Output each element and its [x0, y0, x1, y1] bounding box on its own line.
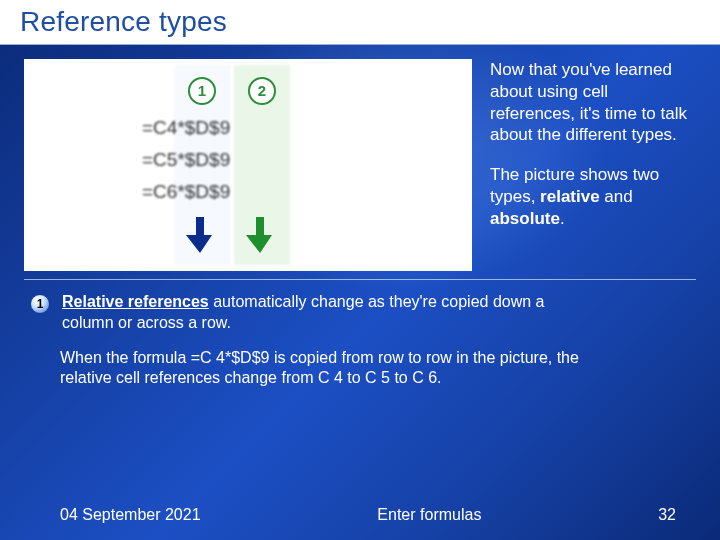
illustration: 1 2 =C4*$D$9 =C5*$D$9 =C6*$D$9 [24, 59, 472, 271]
side-text: Now that you've learned about using cell… [490, 59, 696, 271]
footer-page-number: 32 [658, 506, 676, 524]
text-bold: relative [540, 187, 600, 206]
bullet-list: 1 Relative references automatically chan… [0, 280, 720, 389]
formula-row-3: =C6*$D$9 [142, 181, 298, 203]
callout-1: 1 [188, 77, 216, 105]
bullet-item-1b: When the formula =C 4*$D$9 is copied fro… [30, 348, 692, 390]
down-arrow-green [246, 217, 274, 253]
title-bar: Reference types [0, 0, 720, 45]
text: and [600, 187, 633, 206]
bullet-item-1: 1 Relative references automatically chan… [30, 292, 692, 334]
side-paragraph-2: The picture shows two types, relative an… [490, 164, 690, 229]
formula-row-1: =C4*$D$9 [142, 117, 298, 139]
formula-row-2: =C5*$D$9 [142, 149, 298, 171]
side-paragraph-1: Now that you've learned about using cell… [490, 59, 690, 146]
footer-date: 04 September 2021 [60, 506, 201, 524]
spacer [30, 348, 48, 390]
text-bold-underline: Relative references [62, 293, 209, 310]
text-bold: absolute [490, 209, 560, 228]
upper-content: 1 2 =C4*$D$9 =C5*$D$9 =C6*$D$9 Now that … [0, 45, 720, 271]
bullet-text: Relative references automatically change… [62, 292, 582, 334]
footer: 04 September 2021 Enter formulas 32 [0, 506, 720, 524]
bullet-text: When the formula =C 4*$D$9 is copied fro… [60, 348, 580, 390]
bullet-number-icon: 1 [30, 294, 50, 314]
down-arrow-blue [186, 217, 214, 253]
footer-center: Enter formulas [377, 506, 481, 524]
callout-2: 2 [248, 77, 276, 105]
page-title: Reference types [20, 6, 720, 38]
text: . [560, 209, 565, 228]
